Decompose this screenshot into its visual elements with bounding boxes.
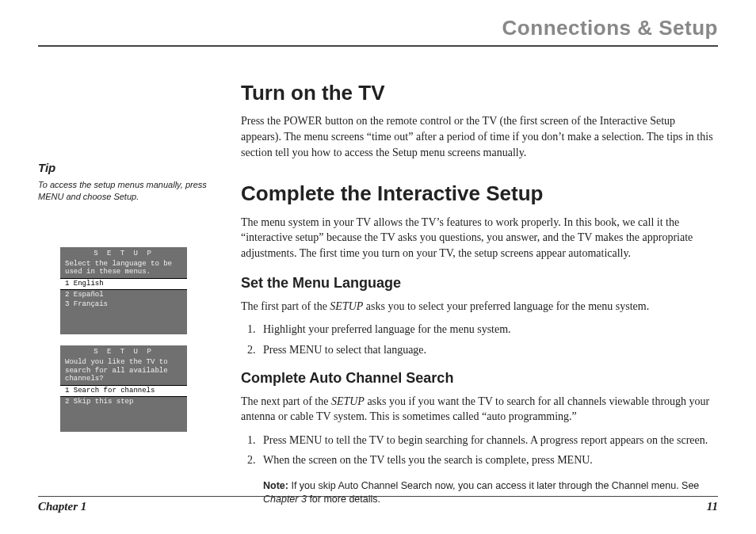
list-item: Highlight your preferred language for th…: [258, 322, 718, 338]
content-area: Tip To access the setup menus manually, …: [38, 78, 718, 507]
osd-language-prompt: Select the language to be used in these …: [60, 260, 187, 279]
osd-language-option: 3 Français: [60, 299, 187, 309]
footer-rule: [38, 496, 718, 497]
footer-chapter: Chapter 1: [38, 500, 86, 513]
osd-channel-title: S E T U P: [60, 345, 187, 358]
heading-turn-on-tv: Turn on the TV: [241, 78, 718, 107]
tip-heading: Tip: [38, 161, 219, 174]
footer-page-number: 11: [707, 500, 718, 513]
osd-language: S E T U P Select the language to be used…: [60, 247, 187, 335]
list-item: Press MENU to select that language.: [258, 342, 718, 358]
osd-channel-option: 1 Search for channels: [60, 385, 187, 396]
setup-keyword: SETUP: [330, 300, 363, 312]
note-label: Note:: [263, 480, 288, 491]
page-header-title: Connections & Setup: [38, 16, 718, 45]
osd-language-option: 2 Español: [60, 290, 187, 299]
sidebar: Tip To access the setup menus manually, …: [38, 78, 219, 507]
page-footer: Chapter 1 11: [38, 496, 718, 513]
steps-menu-language: Highlight your preferred language for th…: [241, 322, 718, 357]
list-item: Press MENU to tell the TV to begin searc…: [258, 433, 718, 448]
osd-language-option: 1 English: [60, 278, 187, 289]
heading-auto-channel: Complete Auto Channel Search: [241, 368, 718, 388]
steps-auto-channel: Press MENU to tell the TV to begin searc…: [241, 433, 718, 468]
para-auto-channel: The next part of the SETUP asks you if y…: [241, 394, 718, 425]
heading-menu-language: Set the Menu Language: [241, 273, 718, 293]
osd-channel-prompt: Would you like the TV to search for all …: [60, 358, 187, 385]
header-rule: [38, 45, 718, 47]
osd-channel-option: 2 Skip this step: [60, 397, 187, 406]
osd-language-title: S E T U P: [60, 247, 187, 260]
para-interactive-setup: The menu system in your TV allows the TV…: [241, 215, 718, 261]
tip-body: To access the setup menus manually, pres…: [38, 179, 219, 203]
setup-keyword: SETUP: [331, 395, 365, 407]
heading-interactive-setup: Complete the Interactive Setup: [241, 179, 718, 208]
list-item: When the screen on the TV tells you the …: [258, 452, 718, 468]
para-menu-language: The first part of the SETUP asks you to …: [241, 299, 718, 315]
main-column: Turn on the TV Press the POWER button on…: [241, 78, 718, 507]
note-body: If you skip Auto Channel Search now, you…: [288, 480, 699, 491]
osd-channel-search: S E T U P Would you like the TV to searc…: [60, 345, 187, 432]
para-turn-on-tv: Press the POWER button on the remote con…: [241, 113, 718, 160]
